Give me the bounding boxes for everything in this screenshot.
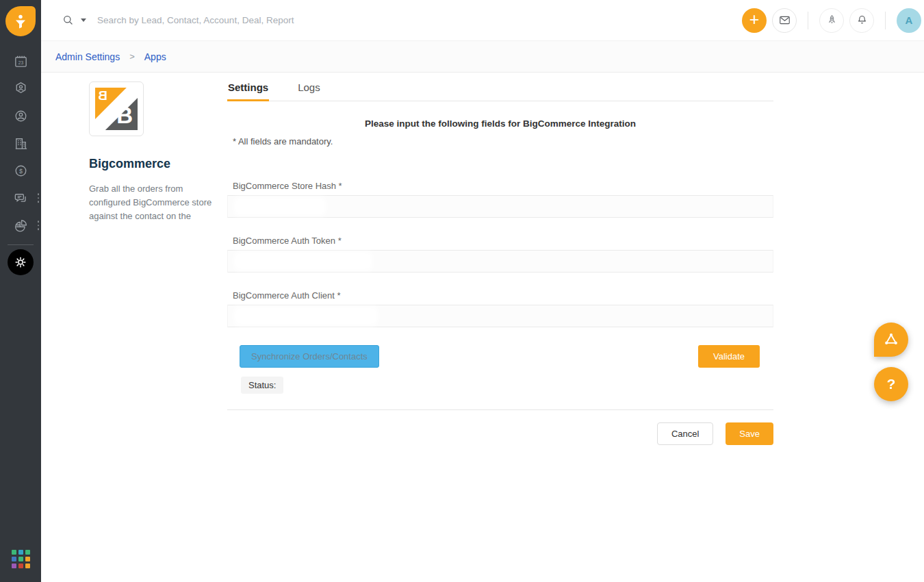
sidebar-item-calendar[interactable]: 23 (0, 47, 41, 75)
sidebar: 23 (0, 0, 41, 582)
action-buttons-row: Synchronize Orders/Contacts Validate (227, 345, 773, 368)
bigcommerce-logo-card: B B (89, 81, 144, 136)
sidebar-nav: 23 (0, 47, 41, 239)
breadcrumb-apps[interactable]: Apps (144, 51, 166, 62)
breadcrumb-separator: > (129, 51, 135, 62)
form-divider (227, 409, 773, 410)
auth-client-label: BigCommerce Auth Client * (227, 290, 773, 301)
rocket-icon (825, 14, 838, 27)
accounts-building-icon (13, 136, 29, 151)
sidebar-item-accounts[interactable] (0, 129, 41, 157)
sidebar-item-settings[interactable] (8, 249, 34, 275)
tab-bar: Settings Logs (227, 77, 773, 101)
sidebar-item-analytics[interactable] (0, 212, 41, 239)
content: B B Bigcommerce Grab all the orders from… (41, 73, 924, 582)
search-icon[interactable] (62, 14, 75, 27)
leads-hexagon-person-icon (13, 81, 29, 97)
auth-client-input[interactable] (227, 305, 773, 327)
deals-dollar-icon: $ (13, 163, 29, 179)
sidebar-item-contacts[interactable] (0, 102, 41, 129)
conversations-kebab-menu-icon[interactable] (38, 193, 40, 203)
topbar-separator (808, 12, 808, 29)
search-input[interactable] (97, 15, 385, 25)
notifications-button[interactable] (849, 8, 874, 33)
integrations-fab-button[interactable] (874, 322, 908, 357)
redacted-value (236, 199, 324, 214)
app-info-panel: B B Bigcommerce Grab all the orders from… (89, 81, 216, 223)
email-button[interactable] (772, 8, 797, 33)
sidebar-divider (8, 244, 34, 245)
validate-button[interactable]: Validate (698, 345, 760, 368)
help-fab-button[interactable]: ? (874, 367, 908, 401)
save-button[interactable]: Save (726, 422, 773, 445)
app-description: Grab all the orders from configured BigC… (89, 182, 216, 223)
global-search (62, 14, 742, 27)
app-switcher-grid[interactable] (12, 550, 30, 568)
app-title: Bigcommerce (89, 157, 216, 171)
conversations-chat-icon (13, 190, 29, 206)
breadcrumb: Admin Settings > Apps (41, 41, 924, 73)
svg-text:$: $ (18, 167, 22, 174)
status-label: Status: (241, 377, 283, 394)
form-footer: Cancel Save (227, 422, 773, 445)
funnel-person-icon (12, 12, 29, 30)
store-hash-label: BigCommerce Store Hash * (227, 181, 773, 191)
mandatory-note: * All fields are mandatory. (227, 136, 773, 147)
field-auth-client: BigCommerce Auth Client * (227, 290, 773, 327)
bell-icon (856, 14, 869, 27)
avatar[interactable]: A (897, 8, 921, 33)
bigcommerce-logo-icon: B B (95, 88, 138, 130)
analytics-kebab-menu-icon[interactable] (38, 220, 40, 230)
sidebar-item-deals[interactable]: $ (0, 157, 41, 184)
svg-text:23: 23 (18, 60, 23, 64)
sidebar-item-leads[interactable] (0, 75, 41, 102)
cancel-button[interactable]: Cancel (657, 422, 713, 445)
tab-logs[interactable]: Logs (297, 77, 321, 101)
integration-form-panel: Settings Logs Please input the following… (227, 77, 773, 445)
form-heading: Please input the following fields for Bi… (227, 118, 773, 129)
topbar: + A (41, 0, 924, 41)
redacted-value (236, 254, 370, 268)
auth-token-input[interactable] (227, 250, 773, 273)
redacted-value (236, 309, 376, 323)
tab-settings[interactable]: Settings (227, 77, 269, 101)
triangle-network-icon (882, 331, 900, 349)
field-store-hash: BigCommerce Store Hash * (227, 181, 773, 218)
main-area: + A (41, 0, 924, 582)
synchronize-button[interactable]: Synchronize Orders/Contacts (240, 345, 379, 368)
quick-add-button[interactable]: + (742, 8, 767, 33)
whats-new-button[interactable] (819, 8, 844, 33)
sidebar-item-conversations[interactable] (0, 184, 41, 212)
bigcommerce-logo-letter-large: B (116, 103, 133, 129)
calendar-icon: 23 (13, 53, 29, 69)
form-fields: BigCommerce Store Hash * BigCommerce Aut… (227, 181, 773, 327)
topbar-actions: + A (742, 8, 921, 33)
freshsales-logo-icon[interactable] (5, 6, 36, 36)
settings-gear-icon (13, 255, 28, 270)
store-hash-input[interactable] (227, 195, 773, 218)
field-auth-token: BigCommerce Auth Token * (227, 236, 773, 273)
topbar-separator (885, 12, 886, 29)
envelope-icon (778, 14, 791, 27)
bigcommerce-logo-letter-small: B (98, 88, 107, 103)
search-filter-caret-icon[interactable] (81, 18, 86, 22)
auth-token-label: BigCommerce Auth Token * (227, 236, 773, 246)
analytics-pie-icon (13, 218, 29, 233)
contacts-person-icon (13, 108, 29, 124)
question-mark-icon: ? (887, 376, 896, 392)
breadcrumb-admin-settings[interactable]: Admin Settings (55, 51, 120, 62)
